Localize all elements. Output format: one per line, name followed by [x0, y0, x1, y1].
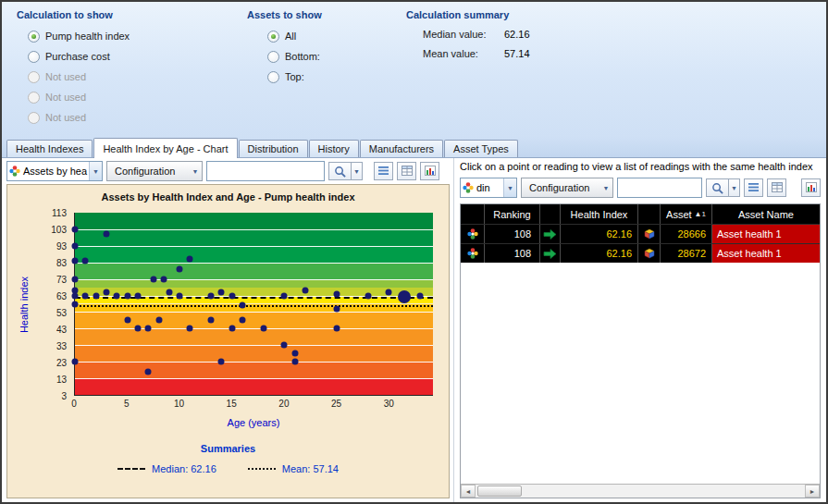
chevron-down-icon[interactable]: ▼: [351, 162, 363, 180]
header-health-index[interactable]: Health Index: [561, 204, 638, 224]
tab-health-indexes[interactable]: Health Indexes: [6, 140, 93, 157]
header-ranking[interactable]: Ranking: [485, 204, 540, 224]
chart-point[interactable]: [208, 292, 215, 299]
chevron-down-icon[interactable]: ▼: [503, 178, 516, 197]
chart-point[interactable]: [155, 317, 162, 324]
radio-icon: [28, 112, 40, 124]
radio-icon[interactable]: [267, 51, 279, 63]
table-row[interactable]: 108 62.16 28672 Asset health 1: [461, 243, 820, 263]
readings-search-split-button[interactable]: ▼: [706, 178, 740, 197]
radio-purchase-cost[interactable]: Purchase cost: [28, 49, 247, 64]
chart-point[interactable]: [114, 292, 120, 299]
chart-point[interactable]: [291, 359, 298, 365]
chart-point[interactable]: [72, 257, 79, 264]
table-row[interactable]: 108 62.16 28666 Asset health 1: [461, 224, 820, 243]
chart-point[interactable]: [72, 301, 79, 307]
chart-point[interactable]: [93, 292, 99, 299]
asset-cube-icon: [638, 225, 661, 243]
chart-point[interactable]: [386, 289, 392, 295]
chevron-down-icon[interactable]: ▼: [89, 162, 102, 180]
readings-list-view-button[interactable]: [744, 178, 763, 197]
chart-point[interactable]: [72, 359, 79, 365]
chart-point[interactable]: [145, 326, 152, 332]
search-split-button[interactable]: ▼: [328, 162, 363, 180]
tab-manufacturers[interactable]: Manufacturers: [360, 140, 443, 157]
chart-point[interactable]: [177, 292, 183, 299]
readings-filter-input[interactable]: [617, 178, 702, 198]
horizontal-scrollbar[interactable]: ◄ ►: [461, 484, 820, 498]
chart-point[interactable]: [124, 317, 130, 324]
header-asset-name[interactable]: Asset Name: [712, 204, 820, 224]
readings-view-combo[interactable]: din ▼: [460, 178, 517, 198]
readings-configuration-button[interactable]: Configuration ▼: [521, 178, 613, 198]
chart-point[interactable]: [302, 288, 308, 294]
readings-chart-view-button[interactable]: [801, 178, 821, 197]
chevron-down-icon[interactable]: ▼: [728, 178, 740, 197]
chart-point[interactable]: [103, 231, 109, 238]
chart-point[interactable]: [365, 292, 371, 299]
radio-pump-health-index[interactable]: Pump health index: [28, 29, 247, 43]
chart-point[interactable]: [145, 368, 152, 375]
chart-point[interactable]: [166, 289, 172, 295]
chart-point[interactable]: [72, 226, 79, 232]
header-asset[interactable]: Asset ▲1: [661, 204, 712, 224]
chart-point[interactable]: [72, 292, 79, 299]
chart-point[interactable]: [417, 292, 424, 299]
tab-health-index-by-age-chart[interactable]: Health Index by Age - Chart: [93, 138, 237, 158]
chart-view-button[interactable]: [420, 162, 439, 180]
chart-point[interactable]: [281, 292, 288, 299]
scrollbar-track[interactable]: [476, 485, 805, 498]
chart-point[interactable]: [281, 342, 288, 349]
radio-icon[interactable]: [267, 31, 279, 43]
chart-point[interactable]: [218, 289, 225, 295]
chart-point[interactable]: [103, 289, 109, 295]
chart-point[interactable]: [229, 326, 235, 332]
chart-point[interactable]: [134, 292, 141, 299]
chart-point[interactable]: [333, 290, 340, 297]
view-combo[interactable]: Assets by hea ▼: [6, 161, 103, 181]
scroll-left-icon[interactable]: ◄: [461, 485, 476, 498]
chart-point[interactable]: [187, 326, 193, 332]
chart-point[interactable]: [240, 302, 246, 309]
chart-point[interactable]: [124, 292, 130, 299]
chart-point[interactable]: [240, 317, 246, 324]
chart-point[interactable]: [72, 276, 79, 282]
chart-point[interactable]: [82, 292, 89, 299]
scrollbar-thumb[interactable]: [477, 486, 522, 497]
chart-point[interactable]: [161, 276, 167, 282]
tab-distribution[interactable]: Distribution: [239, 140, 308, 157]
chart-point[interactable]: [150, 276, 156, 282]
radio-bottom[interactable]: Bottom:: [267, 49, 406, 64]
tab-asset-types[interactable]: Asset Types: [444, 140, 518, 157]
chart-point[interactable]: [260, 326, 266, 332]
chart-point[interactable]: [333, 326, 340, 332]
chart-point[interactable]: [218, 359, 225, 365]
chart-point[interactable]: [291, 350, 298, 357]
radio-icon[interactable]: [28, 31, 40, 43]
selected-chart-point[interactable]: [398, 290, 411, 303]
chart-point[interactable]: [72, 242, 79, 249]
chart-point[interactable]: [177, 265, 183, 272]
radio-icon[interactable]: [28, 51, 40, 63]
chart-point[interactable]: [134, 326, 141, 332]
chart-point[interactable]: [82, 257, 89, 264]
radio-icon[interactable]: [267, 71, 279, 83]
grid-view-button[interactable]: [397, 162, 416, 180]
x-tick-label: 0: [71, 399, 77, 409]
chart-point[interactable]: [229, 292, 235, 299]
radio-top[interactable]: Top:: [267, 69, 406, 84]
search-icon[interactable]: [328, 162, 351, 180]
chart-point[interactable]: [187, 256, 193, 263]
filter-input[interactable]: [206, 161, 325, 181]
chart-point[interactable]: [208, 317, 215, 324]
plot-area[interactable]: [74, 213, 433, 396]
radio-all[interactable]: All: [267, 29, 406, 43]
chart-point[interactable]: [333, 305, 340, 312]
calculation-to-show-group: Calculation to show Pump health index Pu…: [2, 2, 247, 137]
configuration-button[interactable]: Configuration ▼: [106, 161, 203, 181]
list-view-button[interactable]: [374, 162, 393, 180]
readings-grid-view-button[interactable]: [767, 178, 786, 197]
tab-history[interactable]: History: [309, 140, 359, 157]
scroll-right-icon[interactable]: ►: [805, 485, 820, 498]
search-icon[interactable]: [706, 178, 728, 197]
